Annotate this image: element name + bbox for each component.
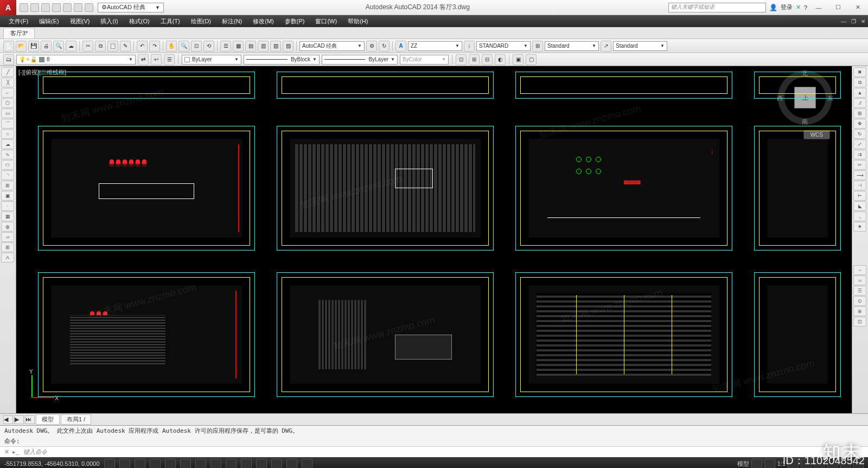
zoom-prev-icon[interactable]: ⟲ [203, 41, 214, 52]
print-icon[interactable]: 🖨 [41, 41, 52, 52]
pan-icon[interactable]: ✋ [166, 41, 177, 52]
command-input[interactable]: 键入命令 [23, 448, 864, 456]
copy2-icon[interactable]: ⧉ [853, 78, 866, 87]
layer-sel[interactable]: 💡 ☀ 🔓 8 ▼ [16, 55, 136, 65]
properties-icon[interactable]: ☰ [220, 41, 231, 52]
otrack-icon[interactable] [195, 459, 206, 468]
color-sel[interactable]: ByLayer▼ [182, 55, 241, 65]
paste-icon[interactable]: 📋 [107, 41, 118, 52]
2d-icon[interactable]: ⊞ [469, 54, 480, 65]
block-icon[interactable]: ▣ [1, 191, 14, 201]
circle-icon[interactable]: ○ [1, 129, 14, 139]
dyn-icon[interactable] [226, 459, 237, 468]
table-icon[interactable]: ⊞ [1, 242, 14, 252]
fillet-icon[interactable]: ◟ [853, 211, 866, 221]
save-icon[interactable]: 💾 [28, 41, 39, 52]
close-cmd-icon[interactable]: ✕ [4, 448, 9, 456]
region-icon[interactable]: ▱ [1, 232, 14, 242]
qat-save-icon[interactable] [41, 3, 50, 12]
layer-props-icon[interactable]: 🗂 [3, 54, 14, 65]
qselect-icon[interactable]: ⊡ [853, 317, 866, 326]
app-logo[interactable]: A [0, 0, 16, 15]
tab-scroll-left-icon[interactable]: ◀ [3, 415, 13, 424]
snap-icon[interactable] [104, 459, 115, 468]
qat-saveas-icon[interactable] [52, 3, 61, 12]
maximize-button[interactable]: ☐ [830, 2, 846, 13]
layer-match-icon[interactable]: ⇄ [138, 54, 149, 65]
menu-help[interactable]: 帮助(H) [342, 15, 373, 27]
close-button[interactable]: ✕ [850, 2, 866, 13]
zoom-icon[interactable]: 🔍 [178, 41, 189, 52]
copy-icon[interactable]: ⧉ [95, 41, 106, 52]
menu-insert[interactable]: 插入(I) [95, 15, 123, 27]
break-icon[interactable]: ⊣ [853, 181, 866, 190]
ws-reset-icon[interactable]: ↻ [379, 41, 390, 52]
drawing-canvas[interactable]: [-][俯视][二维线框] 上 北 南 东 西 WCS [16, 66, 852, 413]
coordinates[interactable]: -551719.8553, -45640.5310, 0.0000 [4, 460, 100, 467]
file-tab-active[interactable]: 客厅3* [3, 28, 35, 39]
workspace-selector[interactable]: ⚙ AutoCAD 经典 ▼ [98, 3, 164, 12]
menu-modify[interactable]: 修改(M) [247, 15, 279, 27]
redo-icon[interactable]: ↷ [149, 41, 160, 52]
lineweight-sel[interactable]: ByLayer▼ [322, 55, 398, 65]
qat-new-icon[interactable] [20, 3, 28, 12]
calc-icon[interactable]: ▨ [283, 41, 293, 52]
erase-icon[interactable]: ✖ [853, 67, 866, 77]
osnap-icon[interactable] [165, 459, 176, 468]
menu-tools[interactable]: 工具(T) [155, 15, 186, 27]
linetype-sel[interactable]: ByBlock▼ [244, 55, 320, 65]
help-icon[interactable]: ? [804, 4, 807, 11]
insert-icon[interactable]: ⊞ [1, 181, 14, 190]
publish-icon[interactable]: ☁ [66, 41, 76, 52]
locate-icon[interactable]: ⊕ [853, 306, 866, 316]
ducs-icon[interactable] [210, 459, 221, 468]
preview-icon[interactable]: 🔍 [53, 41, 64, 52]
iso-icon[interactable]: ⊡ [456, 54, 467, 65]
ucs-icon[interactable]: Y X [22, 375, 54, 408]
point-icon[interactable]: · [1, 201, 14, 211]
list-icon[interactable]: ☰ [853, 286, 866, 296]
area-icon[interactable]: ▱ [853, 275, 866, 285]
search-input[interactable]: 键入关键字或短语 [668, 3, 766, 12]
cut-icon[interactable]: ✂ [82, 41, 93, 52]
scale-icon[interactable]: ⤢ [853, 139, 866, 149]
ellipse-icon[interactable]: ⬭ [1, 160, 14, 170]
command-line[interactable]: ✕ ▸_ 键入命令 [0, 446, 868, 457]
trim-icon[interactable]: ✂ [853, 160, 866, 170]
plotstyle-sel[interactable]: ByColor▼ [400, 55, 449, 65]
user-icon[interactable]: 👤 [769, 4, 777, 11]
tablestyle-icon[interactable]: ⊞ [532, 41, 543, 52]
model-tab[interactable]: 模型 [36, 414, 60, 425]
doc-close-button[interactable]: ✕ [858, 16, 868, 26]
render-icon[interactable]: ◐ [495, 54, 506, 65]
menu-edit[interactable]: 编辑(E) [34, 15, 65, 27]
3d-icon[interactable]: ⊟ [482, 54, 493, 65]
ortho-icon[interactable] [135, 459, 145, 468]
offset-icon[interactable]: ⫽ [853, 98, 866, 108]
misc2-icon[interactable]: ▢ [526, 54, 537, 65]
tab-scroll-end-icon[interactable]: ⏭ [25, 415, 35, 424]
new-icon[interactable]: 📄 [3, 41, 14, 52]
layer-prev-icon[interactable]: ↩ [151, 54, 162, 65]
menu-format[interactable]: 格式(O) [124, 15, 155, 27]
doc-restore-button[interactable]: ❐ [848, 16, 858, 26]
polar-icon[interactable] [150, 459, 161, 468]
misc1-icon[interactable]: ▣ [513, 54, 524, 65]
status-snap-icon[interactable] [764, 459, 775, 468]
sc-icon[interactable] [286, 459, 297, 468]
login-link[interactable]: 登录 [781, 3, 793, 11]
spline-icon[interactable]: ∿ [1, 150, 14, 159]
dist-icon[interactable]: ↔ [853, 265, 866, 275]
mleader-sel[interactable]: Standard▼ [613, 41, 667, 51]
minimize-button[interactable]: — [810, 2, 827, 13]
qat-print-icon[interactable] [63, 3, 72, 12]
hatch-icon[interactable]: ▦ [1, 211, 14, 221]
menu-draw[interactable]: 绘图(D) [186, 15, 216, 27]
join-icon[interactable]: ⊢ [853, 191, 866, 201]
menu-view[interactable]: 视图(V) [65, 15, 95, 27]
textstyle-sel[interactable]: ZZ▼ [408, 41, 462, 51]
pline-icon[interactable]: ⌐ [1, 88, 14, 98]
doc-minimize-button[interactable]: — [839, 16, 848, 26]
am-icon[interactable] [302, 459, 312, 468]
id-icon[interactable]: ⊙ [853, 296, 866, 306]
